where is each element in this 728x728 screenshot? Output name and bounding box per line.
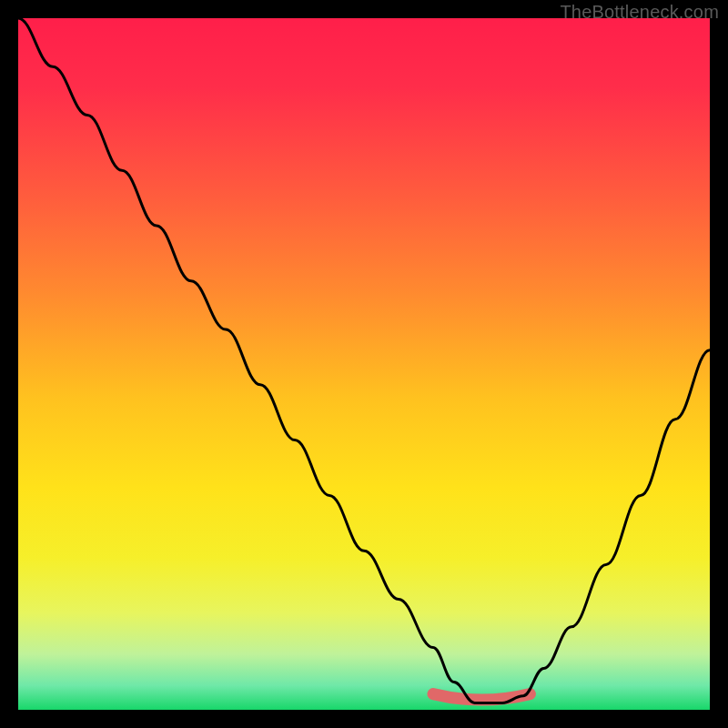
chart-frame: TheBottleneck.com: [0, 0, 728, 728]
curve-path: [18, 18, 710, 703]
bottleneck-curve: [18, 18, 710, 710]
plot-area: [18, 18, 710, 710]
